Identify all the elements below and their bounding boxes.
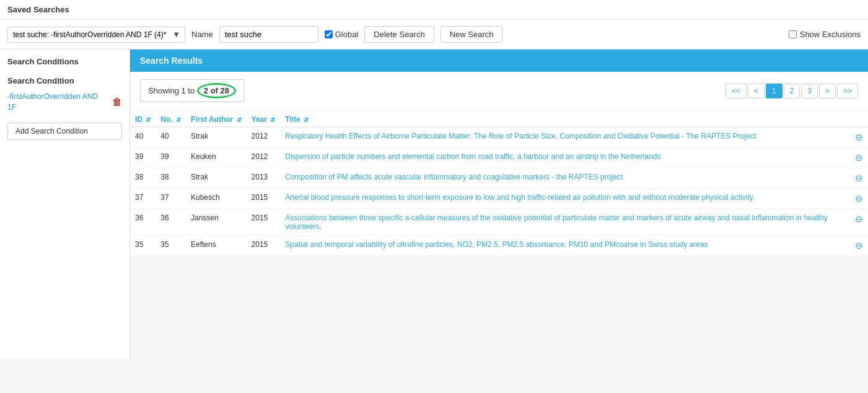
pagination-page-3-button[interactable]: 3: [801, 84, 818, 98]
pagination-last-button[interactable]: >>: [837, 84, 858, 98]
sort-author-icon: ⇵: [237, 116, 242, 123]
cell-year: 2015: [247, 209, 281, 236]
name-input[interactable]: [219, 26, 318, 43]
table-row: 36 36 Janssen 2015 Associations between …: [130, 209, 868, 236]
cell-id: 36: [130, 209, 156, 236]
title-link[interactable]: Composition of PM affects acute vascular…: [285, 173, 625, 181]
cell-year: 2012: [247, 148, 281, 168]
saved-searches-label: Saved Searches: [7, 5, 69, 14]
pagination: << < 1 2 3 > >>: [726, 84, 858, 98]
cell-title: Dispersion of particle numbers and eleme…: [280, 148, 850, 168]
table-header-row: ID ⇵ No. ⇵ First Author ⇵ Year ⇵ Title ⇵: [130, 110, 868, 127]
title-link[interactable]: Associations between three specific a-ce…: [285, 214, 828, 231]
pagination-next-button[interactable]: >: [819, 84, 836, 98]
cell-author: Keuken: [186, 148, 247, 168]
main-content: Search Conditions Search Condition -firs…: [0, 50, 868, 359]
show-exclusions-label[interactable]: Show Exclusions: [800, 30, 861, 39]
exclude-icon[interactable]: ⊖: [855, 240, 863, 251]
condition-text: -firstAuthorOverridden AND 1F: [7, 92, 108, 113]
cell-no: 35: [156, 236, 186, 256]
cell-year: 2013: [247, 168, 281, 189]
showing-box: Showing 1 to 2 of 28: [140, 79, 244, 102]
col-year[interactable]: Year ⇵: [247, 110, 281, 127]
exclude-icon[interactable]: ⊖: [855, 173, 863, 183]
col-no[interactable]: No. ⇵: [156, 110, 186, 127]
cell-author: Janssen: [186, 209, 247, 236]
title-link[interactable]: Dispersion of particle numbers and eleme…: [285, 152, 660, 161]
cell-id: 35: [130, 236, 156, 256]
exclude-icon[interactable]: ⊖: [855, 132, 863, 142]
sidebar: Search Conditions Search Condition -firs…: [0, 50, 130, 359]
toolbar: test suche: -firstAuthorOverridden AND 1…: [0, 20, 868, 50]
cell-title: Arterial blood pressure responses to sho…: [280, 189, 850, 209]
cell-exclude: ⊖: [850, 127, 868, 148]
add-search-condition-button[interactable]: Add Search Condition: [7, 123, 122, 140]
condition-delete-icon[interactable]: 🗑: [112, 97, 122, 108]
cell-author: Kubesch: [186, 189, 247, 209]
global-label[interactable]: Global: [335, 30, 359, 39]
pagination-prev-button[interactable]: <: [748, 84, 765, 98]
title-link[interactable]: Arterial blood pressure responses to sho…: [285, 193, 755, 202]
search-conditions-title: Search Conditions: [7, 57, 122, 66]
cell-no: 39: [156, 148, 186, 168]
cell-author: Strak: [186, 127, 247, 148]
exclude-icon[interactable]: ⊖: [855, 193, 863, 204]
cell-year: 2012: [247, 127, 281, 148]
cell-no: 37: [156, 189, 186, 209]
showing-highlight: 2 of 28: [197, 83, 236, 98]
col-title[interactable]: Title ⇵: [280, 110, 850, 127]
cell-title: Spatial and temporal variability of ultr…: [280, 236, 850, 256]
pagination-page-2-button[interactable]: 2: [784, 84, 800, 98]
results-header: Search Results: [130, 50, 868, 72]
global-checkbox[interactable]: [325, 30, 333, 38]
sort-id-icon: ⇵: [146, 116, 151, 123]
cell-author: Strak: [186, 168, 247, 189]
sort-no-icon: ⇵: [176, 116, 181, 123]
cell-id: 37: [130, 189, 156, 209]
cell-year: 2015: [247, 236, 281, 256]
saved-searches-bar: Saved Searches: [0, 0, 868, 20]
cell-exclude: ⊖: [850, 236, 868, 256]
pagination-page-1-button[interactable]: 1: [766, 84, 783, 98]
global-checkbox-wrapper: Global: [325, 30, 359, 39]
cell-title: Respiratory Health Effects of Airborne P…: [280, 127, 850, 148]
cell-exclude: ⊖: [850, 168, 868, 189]
cell-year: 2015: [247, 189, 281, 209]
new-search-button[interactable]: New Search: [441, 26, 503, 43]
cell-title: Composition of PM affects acute vascular…: [280, 168, 850, 189]
title-link[interactable]: Spatial and temporal variability of ultr…: [285, 240, 708, 249]
cell-exclude: ⊖: [850, 209, 868, 236]
table-row: 37 37 Kubesch 2015 Arterial blood pressu…: [130, 189, 868, 209]
table-row: 35 35 Eeftens 2015 Spatial and temporal …: [130, 236, 868, 256]
exclude-icon[interactable]: ⊖: [855, 152, 863, 163]
title-link[interactable]: Respiratory Health Effects of Airborne P…: [285, 132, 758, 140]
pagination-first-button[interactable]: <<: [726, 84, 747, 98]
condition-item: -firstAuthorOverridden AND 1F 🗑: [7, 92, 122, 113]
sort-title-icon: ⇵: [304, 116, 309, 123]
cell-exclude: ⊖: [850, 148, 868, 168]
cell-id: 39: [130, 148, 156, 168]
col-first-author[interactable]: First Author ⇵: [186, 110, 247, 127]
delete-search-button[interactable]: Delete Search: [364, 26, 434, 43]
sort-year-icon: ⇵: [270, 116, 275, 123]
cell-title: Associations between three specific a-ce…: [280, 209, 850, 236]
results-table: ID ⇵ No. ⇵ First Author ⇵ Year ⇵ Title ⇵…: [130, 110, 868, 256]
exclude-icon[interactable]: ⊖: [855, 214, 863, 224]
show-exclusions-wrapper: Show Exclusions: [789, 30, 861, 39]
search-select[interactable]: test suche: -firstAuthorOverridden AND 1…: [7, 27, 185, 43]
col-id[interactable]: ID ⇵: [130, 110, 156, 127]
results-controls: Showing 1 to 2 of 28 << < 1 2 3 > >>: [130, 72, 868, 110]
show-exclusions-checkbox[interactable]: [789, 30, 797, 38]
table-row: 40 40 Strak 2012 Respiratory Health Effe…: [130, 127, 868, 148]
cell-no: 36: [156, 209, 186, 236]
search-condition-label: Search Condition: [7, 76, 122, 85]
search-select-wrapper: test suche: -firstAuthorOverridden AND 1…: [7, 27, 185, 43]
table-row: 38 38 Strak 2013 Composition of PM affec…: [130, 168, 868, 189]
cell-id: 38: [130, 168, 156, 189]
cell-exclude: ⊖: [850, 189, 868, 209]
col-actions: [850, 110, 868, 127]
results-area: Search Results Showing 1 to 2 of 28 << <…: [130, 50, 868, 359]
showing-prefix: Showing 1 to: [148, 86, 195, 95]
cell-no: 40: [156, 127, 186, 148]
cell-no: 38: [156, 168, 186, 189]
